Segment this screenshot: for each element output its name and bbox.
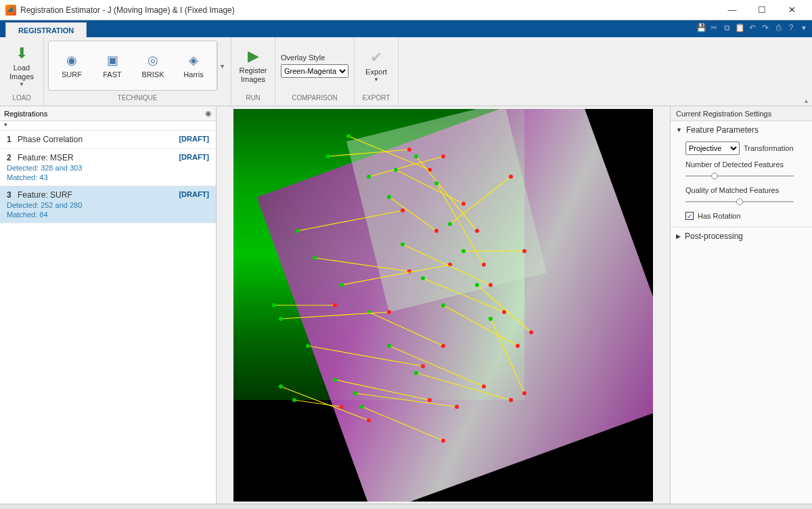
svg-point-67 [448,222,452,226]
statusbar [0,504,812,509]
svg-point-26 [387,310,391,314]
tech-label: BRISK [141,70,164,79]
svg-point-28 [272,303,276,307]
svg-line-9 [389,197,436,231]
registrations-toolbar[interactable]: ▾ [0,121,216,131]
svg-point-23 [441,344,445,348]
check-icon: ✔ [370,49,382,66]
maximize-button[interactable]: ☐ [747,0,777,20]
svg-point-56 [516,344,520,348]
save-icon[interactable]: 💾 [696,22,706,33]
svg-line-48 [403,244,491,285]
group-label-load: LOAD [0,94,43,106]
tech-label: SURF [62,70,82,79]
svg-point-58 [387,344,391,348]
technique-fast[interactable]: ▣FAST [92,53,133,79]
svg-point-50 [489,283,493,287]
svg-point-7 [367,175,371,179]
registration-canvas[interactable] [233,109,653,502]
ribbon-group-load: ⬇ Load Images ▼ LOAD [0,37,44,106]
chevron-right-icon: ▶ [676,233,681,240]
svg-point-41 [461,202,466,206]
fast-icon: ▣ [92,53,133,68]
technique-box: ◉SURF ▣FAST ◎BRISK ◈Harris [48,41,217,91]
transformation-row: Projective Transformation [685,141,805,155]
feature-params-body: Projective Transformation Number of Dete… [671,139,812,227]
svg-line-15 [315,258,409,271]
app-icon [5,5,16,16]
svg-point-1 [326,154,330,158]
titlebar: Registration Estimator - J (Moving Image… [0,0,812,20]
download-icon: ⬇ [16,45,28,62]
svg-point-83 [340,405,344,409]
ribbon: ⬇ Load Images ▼ LOAD ◉SURF ▣FAST ◎BRISK … [0,37,812,106]
panel-options-icon[interactable]: ◉ [205,109,212,118]
checkbox-icon: ✓ [685,212,694,220]
close-button[interactable]: ✕ [777,0,807,20]
canvas-area [217,106,670,504]
svg-point-46 [434,181,438,185]
workspace: Registrations ◉ ▾ 1 Phase Correlation [D… [0,106,812,504]
redo-icon[interactable]: ↷ [760,22,771,33]
surf-icon: ◉ [51,53,92,68]
reg-detected: Detected: 252 and 280 [7,201,209,209]
ribbon-group-technique: ◉SURF ▣FAST ◎BRISK ◈Harris ▾ TECHNIQUE [44,37,231,106]
section-feature-params[interactable]: ▼ Feature Parameters [671,121,812,139]
tech-label: FAST [103,70,122,79]
export-button[interactable]: ✔ Export ▼ [359,39,394,93]
settings-title: Current Registration Settings [671,106,812,121]
copy-icon[interactable]: ⧉ [721,22,732,33]
print-icon[interactable]: ⎙ [773,22,784,33]
menu-icon[interactable]: ▾ [798,22,809,33]
ribbon-group-export: ✔ Export ▼ EXPORT [355,37,399,106]
quality-slider[interactable] [685,197,794,206]
registration-item[interactable]: 1 Phase Correlation [DRAFT] [0,131,216,149]
num-features-slider[interactable] [685,171,794,181]
technique-more[interactable]: ▾ [217,41,227,90]
section-post-processing[interactable]: ▶ Post-processing [671,227,812,245]
transformation-label: Transformation [744,144,794,152]
technique-brisk[interactable]: ◎BRISK [133,53,173,79]
svg-line-18 [342,265,450,285]
svg-point-55 [441,303,445,307]
svg-point-4 [346,134,351,138]
svg-point-64 [360,405,364,409]
overlay-style-select[interactable]: Green-Magenta [281,64,348,78]
quick-access-toolbar: 💾 ✂ ⧉ 📋 ↶ ↷ ⎙ ? ▾ [696,22,809,33]
transformation-select[interactable]: Projective [685,141,740,155]
svg-line-3 [348,136,430,170]
register-images-button[interactable]: ▶ Register Images [235,39,271,93]
reg-number: 1 [7,135,12,144]
overlay-style-label: Overlay Style [281,53,325,62]
registration-item[interactable]: 2 Feature: MSER [DRAFT] Detected: 328 an… [0,149,216,186]
svg-point-52 [421,276,425,280]
group-label-run: RUN [231,94,275,106]
technique-harris[interactable]: ◈Harris [173,53,214,79]
svg-point-80 [367,418,371,422]
quality-block: Quality of Matched Features [685,186,805,206]
svg-line-75 [491,319,524,393]
reg-draft-badge: [DRAFT] [179,135,209,143]
play-icon: ▶ [248,47,259,65]
svg-line-24 [281,312,389,319]
svg-line-45 [436,183,484,265]
load-images-button[interactable]: ⬇ Load Images ▼ [4,39,39,93]
svg-line-39 [396,170,464,204]
help-icon[interactable]: ? [786,22,796,33]
registration-item[interactable]: 3 Feature: SURF [DRAFT] Detected: 252 an… [0,186,216,223]
tab-registration[interactable]: REGISTRATION [5,22,87,37]
minimize-button[interactable]: — [717,0,747,20]
has-rotation-checkbox[interactable]: ✓ Has Rotation [685,212,805,220]
svg-point-8 [441,154,445,158]
svg-point-14 [401,208,405,213]
svg-line-57 [389,346,484,386]
group-label-comparison: COMPARISON [275,94,354,106]
svg-point-35 [428,398,432,402]
num-features-block: Number of Detected Features [685,160,805,181]
paste-icon[interactable]: 📋 [734,22,745,33]
ribbon-collapse-icon[interactable]: ▴ [805,97,808,104]
cut-icon[interactable]: ✂ [708,22,719,33]
technique-surf[interactable]: ◉SURF [51,53,92,79]
svg-point-62 [509,398,513,402]
undo-icon[interactable]: ↶ [747,22,758,33]
